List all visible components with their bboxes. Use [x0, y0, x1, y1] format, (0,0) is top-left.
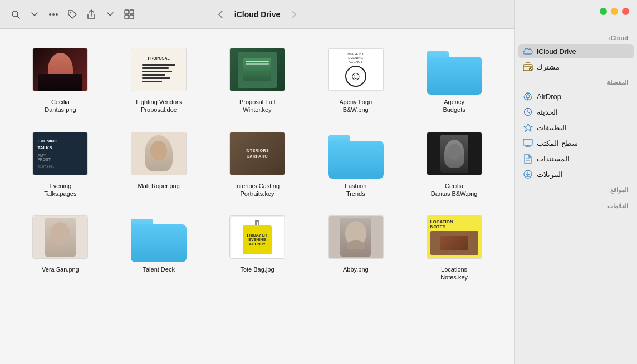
sidebar-item-label: AirDrop: [537, 92, 561, 101]
svg-point-2: [49, 13, 51, 16]
back-button[interactable]: [214, 8, 227, 21]
svg-point-3: [52, 13, 55, 16]
toolbar: iCloud Drive: [0, 0, 514, 29]
maximize-button[interactable]: [600, 8, 607, 15]
share-icon[interactable]: [84, 7, 99, 22]
sidebar-item-shared[interactable]: مشترك: [518, 60, 634, 74]
svg-rect-8: [125, 15, 129, 19]
file-name: CeciliaDantas B&W.png: [431, 182, 478, 198]
sidebar: iCloud iCloud Drive مشترك المفضلة AirDro…: [514, 0, 637, 364]
view-dropdown-icon[interactable]: [102, 7, 118, 22]
applications-icon: [523, 122, 533, 132]
file-item-fashion-trends[interactable]: FashionTrends: [308, 124, 403, 203]
sidebar-item-downloads[interactable]: التنزيلات: [518, 167, 634, 181]
file-item-agency-logo[interactable]: IMAGE BYEVENINGAGENCY ☺ Ageny LogoB&W.pn…: [308, 40, 403, 119]
file-name: Matt Roper.png: [138, 182, 180, 190]
sidebar-favorites-label: المفضلة: [515, 75, 637, 88]
file-item-talent-deck[interactable]: Talent Deck: [112, 208, 206, 286]
sidebar-item-airdrop[interactable]: AirDrop: [518, 89, 634, 104]
sidebar-item-label: iCloud Drive: [537, 47, 576, 56]
file-item-proposal[interactable]: Proposal FallWinter.key: [210, 40, 305, 119]
file-item-evening[interactable]: EVENING TALKS AMYFROST 06.07.2021 Evenin…: [13, 124, 107, 203]
sidebar-item-label: سطح المكتب: [537, 139, 578, 147]
sidebar-item-icloud-drive[interactable]: iCloud Drive: [518, 44, 634, 58]
window-controls: [600, 8, 629, 15]
file-item-interiors[interactable]: INTERIORSCARPARO Interiors CastingPortra…: [210, 124, 305, 203]
file-name: CeciliaDantas.png: [45, 98, 76, 114]
file-name: Lighting VendorsProposal.doc: [136, 98, 182, 114]
documents-icon: [523, 154, 533, 164]
file-name: EveningTalks.pages: [44, 182, 76, 198]
svg-point-4: [56, 13, 58, 16]
sidebar-icloud-label: iCloud: [515, 30, 637, 43]
tag-icon[interactable]: [65, 7, 80, 22]
search-icon[interactable]: [8, 7, 23, 22]
svg-rect-6: [125, 10, 129, 14]
file-item-tote[interactable]: FRIDAY BYEVENINGAGENCY Tote Bag.jpg: [210, 208, 305, 286]
file-item-abby[interactable]: Abby.png: [308, 208, 403, 286]
file-item-cecilia[interactable]: CeciliaDantas.png: [13, 40, 107, 119]
grid-view-icon[interactable]: [121, 7, 137, 22]
file-grid: CeciliaDantas.png PROPOSAL: [0, 29, 514, 364]
sidebar-tags-label: العلامات: [515, 198, 637, 212]
sidebar-item-label: التنزيلات: [537, 170, 563, 179]
sidebar-item-recents[interactable]: الحديثة: [518, 105, 634, 119]
shared-icon: [523, 62, 533, 72]
desktop-icon: [523, 138, 533, 148]
airdrop-icon: [523, 91, 533, 101]
sidebar-item-label: التطبيقات: [537, 124, 567, 132]
sidebar-item-label: مشترك: [537, 63, 560, 71]
file-item-lighting[interactable]: PROPOSAL Lighting VendorsProposal.doc: [112, 40, 206, 119]
main-area: iCloud Drive CeciliaDantas.png: [0, 0, 514, 364]
close-button[interactable]: [622, 8, 629, 15]
sidebar-item-desktop[interactable]: سطح المكتب: [518, 136, 634, 150]
minimize-button[interactable]: [611, 8, 618, 15]
forward-button[interactable]: [288, 8, 300, 21]
file-item-matt[interactable]: Matt Roper.png: [112, 124, 206, 203]
tag-dropdown-icon[interactable]: [27, 7, 42, 22]
svg-rect-9: [130, 15, 134, 19]
icloud-drive-icon: [523, 46, 533, 56]
sidebar-item-label: الحديثة: [537, 108, 558, 116]
file-name: Tote Bag.jpg: [240, 265, 274, 273]
svg-line-1: [17, 16, 19, 18]
file-name: FashionTrends: [345, 182, 366, 198]
file-name: Ageny LogoB&W.png: [339, 98, 372, 114]
file-item-agency-budgets[interactable]: AgencyBudgets: [407, 40, 501, 119]
file-item-vera[interactable]: Vera San.png: [13, 208, 107, 286]
file-item-cecilia-bw[interactable]: CeciliaDantas B&W.png: [407, 124, 501, 203]
svg-rect-14: [523, 139, 532, 145]
svg-point-5: [70, 12, 71, 13]
file-name: Talent Deck: [143, 265, 174, 273]
svg-point-12: [526, 95, 530, 98]
window-title: iCloud Drive: [234, 10, 280, 19]
sidebar-locations-label: المواقع: [515, 182, 637, 196]
recents-icon: [523, 107, 533, 117]
file-name: Proposal FallWinter.key: [239, 98, 275, 114]
file-item-locations[interactable]: LOCATIONNOTES LocationsNotes.key: [407, 208, 501, 286]
downloads-icon: [523, 169, 533, 179]
more-options-icon[interactable]: [46, 7, 61, 22]
svg-point-11: [529, 67, 532, 71]
sidebar-item-documents[interactable]: المستندات: [518, 151, 634, 166]
file-name: Vera San.png: [42, 265, 79, 273]
sidebar-item-applications[interactable]: التطبيقات: [518, 120, 634, 135]
file-name: AgencyBudgets: [443, 98, 465, 114]
file-name: Abby.png: [343, 265, 369, 273]
toolbar-center: iCloud Drive: [214, 8, 300, 21]
file-name: LocationsNotes.key: [440, 265, 468, 282]
toolbar-left: [8, 7, 137, 22]
svg-rect-7: [130, 10, 134, 14]
file-name: Interiors CastingPortraits.key: [235, 182, 280, 198]
sidebar-item-label: المستندات: [537, 155, 570, 163]
